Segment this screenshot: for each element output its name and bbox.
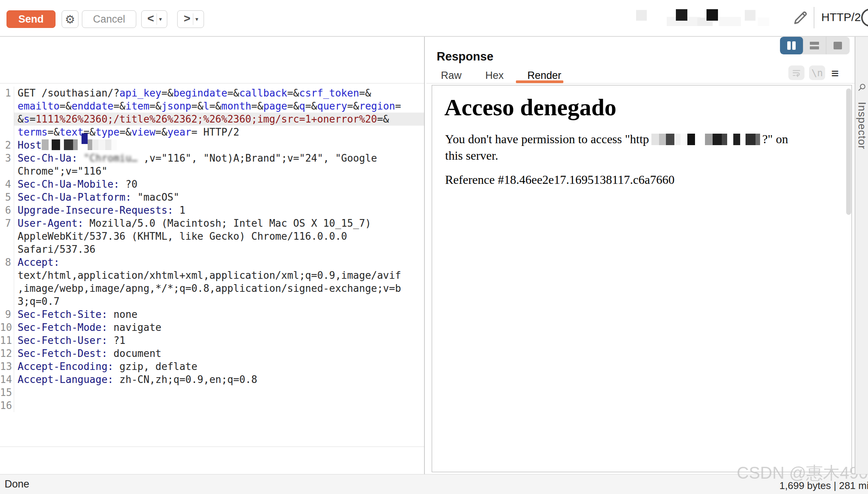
csdn-watermark: CSDN @惠木490 <box>737 462 868 484</box>
line-number: 5 <box>0 191 14 204</box>
line-number: 8 <box>0 256 14 269</box>
caret-down-icon[interactable]: ▾ <box>157 16 165 23</box>
history-forward-button[interactable]: > ▾ <box>177 10 204 28</box>
line-number: 7 <box>0 217 14 230</box>
request-editor-row[interactable]: 15 <box>0 386 424 399</box>
line-number: 13 <box>0 360 14 373</box>
word-wrap-toggle-disabled <box>788 65 804 80</box>
response-render-view: Acceso denegado You don't have permissio… <box>432 85 852 472</box>
show-newlines-toggle-disabled: \n <box>809 65 825 80</box>
request-editor-row[interactable]: 16 <box>0 399 424 412</box>
line-number: 11 <box>0 334 14 347</box>
redaction-block <box>676 9 687 21</box>
request-settings-button[interactable]: ⚙ <box>62 10 78 28</box>
line-number: 12 <box>0 347 14 360</box>
line-number: 2 <box>0 139 14 152</box>
response-tab-hex[interactable]: Hex <box>485 70 504 82</box>
render-paragraph-line2: this server. <box>445 149 498 163</box>
redaction-block <box>745 10 755 21</box>
chevron-right-icon: > <box>180 12 193 26</box>
redaction-block <box>680 134 687 145</box>
line-number <box>0 100 14 113</box>
layout-single-button[interactable] <box>826 37 850 54</box>
line-number <box>0 126 14 139</box>
request-editor-row[interactable]: 11Sec-Fetch-User: ?1 <box>0 334 424 347</box>
help-circle-icon[interactable] <box>861 8 868 27</box>
http-version-label[interactable]: HTTP/2 <box>821 11 861 24</box>
redaction-block <box>42 139 49 150</box>
layout-rows-button[interactable] <box>803 37 827 54</box>
line-number: 6 <box>0 204 14 217</box>
render-heading: Acceso denegado <box>444 94 616 121</box>
redaction-block <box>722 134 727 145</box>
redaction-block <box>73 139 78 150</box>
redaction-block <box>666 134 674 145</box>
request-editor-row[interactable]: 13Accept-Encoding: gzip, deflate <box>0 360 424 373</box>
gear-icon: ⚙ <box>65 13 75 26</box>
layout-columns-button[interactable] <box>780 37 803 54</box>
request-editor-row[interactable]: terms=&text=&type=&view=&year= HTTP/2 <box>0 126 424 139</box>
request-editor-row[interactable]: emailto=&enddate=&item=&jsonp=&l=&month=… <box>0 100 424 113</box>
divider <box>814 7 814 28</box>
request-editor-row[interactable]: 8Accept: <box>0 256 424 269</box>
caret-down-icon[interactable]: ▾ <box>193 16 202 23</box>
request-editor-row[interactable]: 3Sec-Ch-Ua: "Chromiu… ,v="116", "Not)A;B… <box>0 152 424 165</box>
request-editor-row[interactable]: 6Upgrade-Insecure-Requests: 1 <box>0 204 424 217</box>
redaction-block <box>740 134 746 145</box>
inspector-collapsed-tab[interactable]: Inspector <box>855 37 868 474</box>
request-editor-row[interactable]: text/html,application/xhtml+xml,applicat… <box>0 269 424 282</box>
request-editor-row[interactable]: 5Sec-Ch-Ua-Platform: "macOS" <box>0 191 424 204</box>
search-toolbar: ? ⚙ ← → 0 highlights <box>0 447 424 474</box>
request-editor-row[interactable]: 1GET /southasian/?api_key=&begindate=&ca… <box>0 87 424 100</box>
redaction-block <box>733 134 740 145</box>
redaction-block <box>719 17 741 26</box>
request-editor-row[interactable]: 3;q=0.7 <box>0 295 424 308</box>
request-editor-row[interactable]: Safari/537.36 <box>0 243 424 256</box>
request-editor-row[interactable]: &s=1111%26%2360;/title%26%2362;%26%2360;… <box>0 113 424 126</box>
line-number <box>0 165 14 178</box>
request-editor-row[interactable]: AppleWebKit/537.36 (KHTML, like Gecko) C… <box>0 230 424 243</box>
request-editor-row[interactable]: 14Accept-Language: zh-CN,zh;q=0.9,en;q=0… <box>0 373 424 386</box>
redaction-block <box>755 134 760 145</box>
line-number <box>0 113 14 126</box>
response-menu-icon[interactable]: ≡ <box>831 66 839 81</box>
request-editor[interactable]: 1GET /southasian/?api_key=&begindate=&ca… <box>0 83 424 447</box>
send-button[interactable]: Send <box>7 10 55 28</box>
cancel-button[interactable]: Cancel <box>82 10 136 28</box>
response-tab-raw[interactable]: Raw <box>441 70 462 82</box>
request-editor-row[interactable]: 12Sec-Fetch-Dest: document <box>0 347 424 360</box>
redaction-block <box>695 134 701 145</box>
redaction-block <box>727 134 733 145</box>
request-editor-row[interactable]: 7User-Agent: Mozilla/5.0 (Macintosh; Int… <box>0 217 424 230</box>
redaction-block <box>651 134 659 145</box>
request-editor-row[interactable]: 10Sec-Fetch-Mode: navigate <box>0 321 424 334</box>
render-reference: Reference #18.46ee2e17.1695138117.c6a766… <box>445 173 675 187</box>
redaction-block <box>60 139 64 150</box>
redaction-block <box>659 134 666 145</box>
redaction-block <box>52 139 60 150</box>
redaction-block <box>64 139 73 150</box>
chevron-left-icon: < <box>144 12 157 26</box>
layout-toggle-group <box>780 37 850 54</box>
status-done-label: Done <box>5 478 29 490</box>
line-number: 16 <box>0 399 14 412</box>
line-number: 10 <box>0 321 14 334</box>
response-tab-render[interactable]: Render <box>527 70 561 82</box>
request-editor-row[interactable]: 4Sec-Ch-Ua-Mobile: ?0 <box>0 178 424 191</box>
edit-pencil-icon[interactable] <box>791 8 810 27</box>
request-editor-row[interactable]: 9Sec-Fetch-Site: none <box>0 308 424 321</box>
request-editor-row[interactable]: Chrome";v="116" <box>0 165 424 178</box>
columns-layout-icon <box>787 41 791 50</box>
request-editor-row[interactable]: ,image/webp,image/apng,*/*;q=0.8,applica… <box>0 282 424 295</box>
response-scrollbar[interactable] <box>846 88 851 215</box>
divider <box>426 83 855 83</box>
inspector-label: Inspector <box>856 102 868 149</box>
request-editor-row[interactable]: 2Host <box>0 139 424 152</box>
line-number <box>0 282 14 295</box>
redaction-block <box>82 133 88 144</box>
line-number: 3 <box>0 152 14 165</box>
history-back-button[interactable]: < ▾ <box>141 10 167 28</box>
line-number: 4 <box>0 178 14 191</box>
rows-layout-icon <box>810 42 819 49</box>
redaction-block <box>92 139 98 150</box>
